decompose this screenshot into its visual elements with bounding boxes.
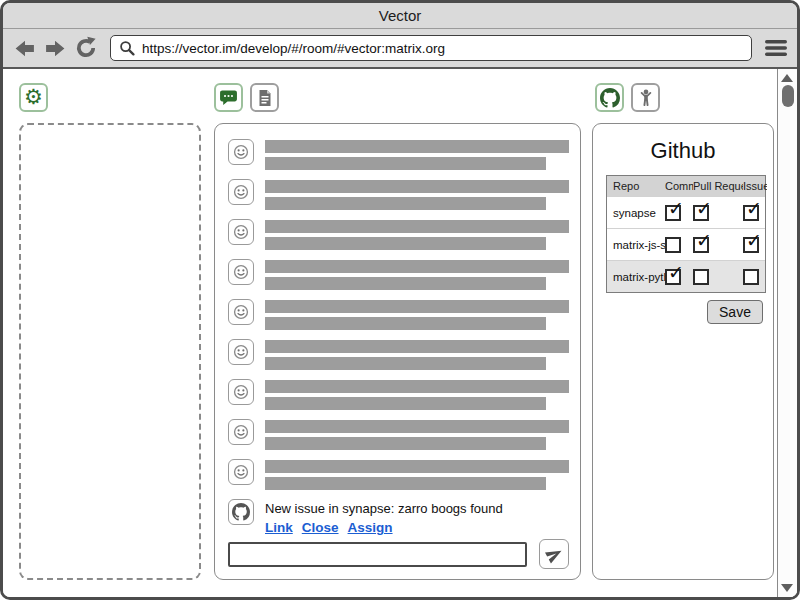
- chat-message: [228, 219, 569, 250]
- members-tab-button[interactable]: [631, 83, 660, 112]
- message-line-2: [265, 317, 546, 330]
- repo-name: matrix-js-sdk: [607, 239, 665, 251]
- message-line-2: [265, 397, 546, 410]
- table-row: synapse ✓ ✓ ✓: [607, 196, 765, 228]
- message-line-1: [265, 180, 569, 193]
- message-placeholder-lines: [265, 379, 569, 410]
- github-tab-button[interactable]: [595, 83, 624, 112]
- save-button[interactable]: Save: [707, 300, 763, 324]
- message-placeholder-lines: [265, 299, 569, 330]
- chat-message: [228, 259, 569, 290]
- github-icon: [600, 88, 620, 108]
- browser-window: Vector https://vector.im/develop/#/room/…: [0, 0, 800, 600]
- room-list-placeholder: [19, 123, 201, 580]
- menu-button[interactable]: [764, 37, 788, 59]
- smiley-avatar-icon: [228, 379, 254, 405]
- issues-checkbox[interactable]: ✓: [743, 205, 759, 221]
- column-issues: Issues: [743, 180, 767, 192]
- chat-message: [228, 139, 569, 170]
- message-placeholder-lines: [265, 179, 569, 210]
- gear-icon: ⚙: [24, 87, 43, 108]
- message-input[interactable]: [228, 542, 527, 567]
- message-line-1: [265, 420, 569, 433]
- github-notification: New issue in synapse: zarro boogs found …: [228, 499, 569, 535]
- message-placeholder-lines: [265, 139, 569, 170]
- commits-checkbox[interactable]: ✓: [665, 269, 681, 285]
- forward-button[interactable]: [43, 36, 67, 60]
- message-line-1: [265, 300, 569, 313]
- assign-action[interactable]: Assign: [348, 520, 393, 535]
- table-row: matrix-python-sdk ✓ ✓ ✓: [607, 260, 765, 292]
- send-button[interactable]: [539, 539, 569, 569]
- scroll-up-icon[interactable]: [781, 74, 793, 82]
- smiley-avatar-icon: [228, 459, 254, 485]
- notification-actions: Link Close Assign: [265, 520, 503, 535]
- smiley-avatar-icon: [228, 219, 254, 245]
- chat-message: [228, 379, 569, 410]
- smiley-avatar-icon: [228, 339, 254, 365]
- message-list: [228, 139, 569, 490]
- column-pull-requests: Pull Requests: [693, 180, 743, 192]
- pull-requests-checkbox[interactable]: ✓: [693, 205, 709, 221]
- issues-checkbox[interactable]: ✓: [743, 269, 759, 285]
- pull-requests-checkbox[interactable]: ✓: [693, 269, 709, 285]
- pull-requests-checkbox[interactable]: ✓: [693, 237, 709, 253]
- chat-message: [228, 419, 569, 450]
- smiley-avatar-icon: [228, 299, 254, 325]
- message-placeholder-lines: [265, 339, 569, 370]
- files-tab-button[interactable]: [250, 83, 279, 112]
- notification-text: New issue in synapse: zarro boogs found: [265, 501, 503, 516]
- message-placeholder-lines: [265, 259, 569, 290]
- message-line-1: [265, 380, 569, 393]
- message-line-2: [265, 197, 546, 210]
- github-avatar-icon: [228, 499, 254, 525]
- vertical-scrollbar[interactable]: [777, 69, 797, 597]
- repo-table: Repo Commits Pull Requests Issues synaps…: [606, 175, 766, 293]
- message-placeholder-lines: [265, 459, 569, 490]
- hamburger-icon: [765, 39, 787, 57]
- page-content: ⚙: [3, 69, 797, 597]
- arrow-left-icon: [13, 37, 36, 60]
- repo-table-body: synapse ✓ ✓ ✓ matrix-js-sdk ✓ ✓ ✓ matrix…: [607, 196, 765, 292]
- message-line-1: [265, 260, 569, 273]
- issues-checkbox[interactable]: ✓: [743, 237, 759, 253]
- message-placeholder-lines: [265, 219, 569, 250]
- link-action[interactable]: Link: [265, 520, 293, 535]
- message-composer: [228, 539, 569, 569]
- github-panel: Github Repo Commits Pull Requests Issues…: [592, 123, 774, 580]
- speech-bubble-icon: [219, 89, 238, 107]
- chat-message: [228, 459, 569, 490]
- url-text: https://vector.im/develop/#/room/#vector…: [142, 41, 445, 56]
- column-commits: Commits: [665, 180, 693, 192]
- smiley-avatar-icon: [228, 419, 254, 445]
- chat-tab-button[interactable]: [214, 83, 243, 112]
- window-titlebar: Vector: [3, 3, 797, 29]
- message-line-1: [265, 460, 569, 473]
- back-button[interactable]: [12, 36, 36, 60]
- message-line-1: [265, 140, 569, 153]
- repo-name: matrix-python-sdk: [607, 271, 665, 283]
- settings-button[interactable]: ⚙: [19, 83, 48, 112]
- message-line-1: [265, 220, 569, 233]
- document-icon: [256, 89, 274, 107]
- scroll-thumb[interactable]: [782, 85, 794, 107]
- commits-checkbox[interactable]: ✓: [665, 205, 681, 221]
- chat-message: [228, 299, 569, 330]
- message-line-2: [265, 477, 546, 490]
- refresh-button[interactable]: [74, 36, 98, 60]
- repo-name: synapse: [607, 207, 665, 219]
- message-line-2: [265, 437, 546, 450]
- commits-checkbox[interactable]: ✓: [665, 237, 681, 253]
- message-line-2: [265, 237, 546, 250]
- chat-message: [228, 339, 569, 370]
- notification-body: New issue in synapse: zarro boogs found …: [265, 499, 503, 535]
- url-bar[interactable]: https://vector.im/develop/#/room/#vector…: [110, 35, 752, 61]
- close-action[interactable]: Close: [302, 520, 339, 535]
- scroll-down-icon[interactable]: [781, 584, 793, 592]
- message-line-2: [265, 357, 546, 370]
- chat-message: [228, 179, 569, 210]
- message-placeholder-lines: [265, 419, 569, 450]
- message-line-2: [265, 277, 546, 290]
- refresh-icon: [74, 36, 98, 60]
- table-row: matrix-js-sdk ✓ ✓ ✓: [607, 228, 765, 260]
